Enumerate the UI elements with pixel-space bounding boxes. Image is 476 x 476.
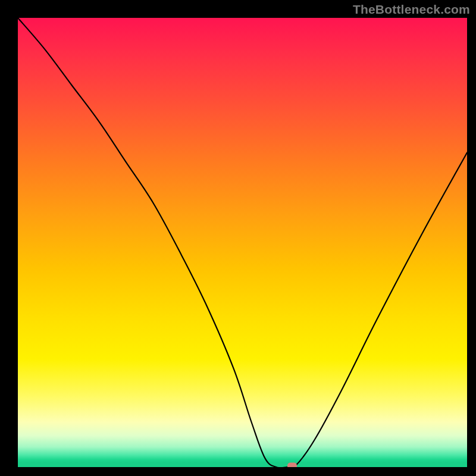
watermark-label: TheBottleneck.com [353,2,470,17]
bottleneck-curve-line [18,18,467,467]
chart-plot-area [18,18,467,467]
chart-curve-svg [18,18,467,467]
optimal-point-marker [287,463,297,468]
